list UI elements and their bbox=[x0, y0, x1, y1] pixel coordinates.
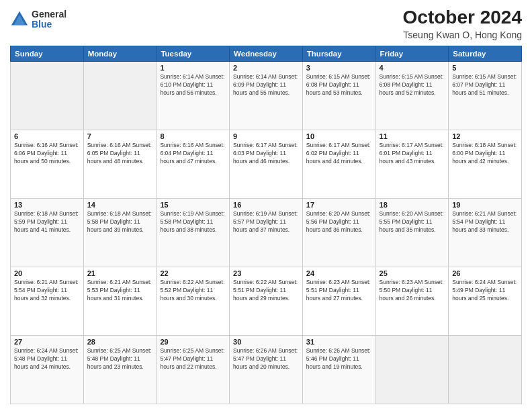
day-info: Sunrise: 6:20 AM Sunset: 5:56 PM Dayligh… bbox=[306, 210, 372, 234]
calendar-week-2: 6Sunrise: 6:16 AM Sunset: 6:06 PM Daylig… bbox=[11, 130, 522, 199]
month-title: October 2024 bbox=[403, 7, 522, 28]
day-info: Sunrise: 6:21 AM Sunset: 5:54 PM Dayligh… bbox=[452, 210, 518, 234]
day-info: Sunrise: 6:15 AM Sunset: 6:07 PM Dayligh… bbox=[452, 73, 518, 97]
calendar-week-1: 1Sunrise: 6:14 AM Sunset: 6:10 PM Daylig… bbox=[11, 62, 522, 130]
calendar-table: Sunday Monday Tuesday Wednesday Thursday… bbox=[10, 46, 522, 404]
location-title: Tseung Kwan O, Hong Kong bbox=[403, 30, 522, 40]
table-row: 12Sunrise: 6:18 AM Sunset: 6:00 PM Dayli… bbox=[449, 130, 522, 199]
day-number: 6 bbox=[14, 132, 80, 140]
table-row bbox=[449, 336, 522, 404]
day-info: Sunrise: 6:19 AM Sunset: 5:58 PM Dayligh… bbox=[160, 210, 226, 234]
day-number: 20 bbox=[14, 269, 80, 277]
table-row: 7Sunrise: 6:16 AM Sunset: 6:05 PM Daylig… bbox=[83, 130, 157, 199]
day-number: 5 bbox=[452, 64, 518, 72]
day-info: Sunrise: 6:25 AM Sunset: 5:48 PM Dayligh… bbox=[87, 347, 153, 371]
day-info: Sunrise: 6:16 AM Sunset: 6:05 PM Dayligh… bbox=[87, 142, 153, 166]
table-row: 29Sunrise: 6:25 AM Sunset: 5:47 PM Dayli… bbox=[157, 336, 230, 404]
logo-blue-text: Blue bbox=[32, 19, 66, 30]
day-info: Sunrise: 6:18 AM Sunset: 5:58 PM Dayligh… bbox=[87, 210, 153, 234]
day-info: Sunrise: 6:24 AM Sunset: 5:48 PM Dayligh… bbox=[14, 347, 80, 371]
day-info: Sunrise: 6:21 AM Sunset: 5:53 PM Dayligh… bbox=[87, 279, 153, 303]
day-info: Sunrise: 6:17 AM Sunset: 6:02 PM Dayligh… bbox=[306, 142, 372, 166]
day-number: 3 bbox=[306, 64, 372, 72]
day-info: Sunrise: 6:24 AM Sunset: 5:49 PM Dayligh… bbox=[452, 279, 518, 303]
col-monday: Monday bbox=[83, 46, 157, 62]
table-row: 15Sunrise: 6:19 AM Sunset: 5:58 PM Dayli… bbox=[157, 199, 230, 267]
day-number: 25 bbox=[380, 269, 445, 277]
table-row: 11Sunrise: 6:17 AM Sunset: 6:01 PM Dayli… bbox=[375, 130, 449, 199]
page-header: General Blue October 2024 Tseung Kwan O,… bbox=[10, 7, 522, 40]
day-number: 23 bbox=[233, 269, 299, 277]
day-number: 13 bbox=[14, 201, 80, 209]
day-number: 30 bbox=[233, 338, 299, 346]
logo-general-text: General bbox=[32, 9, 66, 19]
day-number: 12 bbox=[452, 132, 518, 140]
day-number: 15 bbox=[160, 201, 226, 209]
calendar-header-row: Sunday Monday Tuesday Wednesday Thursday… bbox=[11, 46, 522, 62]
table-row: 16Sunrise: 6:19 AM Sunset: 5:57 PM Dayli… bbox=[230, 199, 303, 267]
col-friday: Friday bbox=[375, 46, 449, 62]
day-info: Sunrise: 6:22 AM Sunset: 5:51 PM Dayligh… bbox=[233, 279, 299, 303]
day-number: 29 bbox=[160, 338, 226, 346]
day-info: Sunrise: 6:25 AM Sunset: 5:47 PM Dayligh… bbox=[160, 347, 226, 371]
table-row: 5Sunrise: 6:15 AM Sunset: 6:07 PM Daylig… bbox=[449, 62, 522, 130]
day-info: Sunrise: 6:20 AM Sunset: 5:55 PM Dayligh… bbox=[380, 210, 445, 234]
day-number: 26 bbox=[452, 269, 518, 277]
table-row: 21Sunrise: 6:21 AM Sunset: 5:53 PM Dayli… bbox=[83, 267, 157, 336]
table-row: 13Sunrise: 6:18 AM Sunset: 5:59 PM Dayli… bbox=[11, 199, 84, 267]
table-row: 8Sunrise: 6:16 AM Sunset: 6:04 PM Daylig… bbox=[157, 130, 230, 199]
col-tuesday: Tuesday bbox=[157, 46, 230, 62]
calendar-week-5: 27Sunrise: 6:24 AM Sunset: 5:48 PM Dayli… bbox=[11, 336, 522, 404]
calendar-week-3: 13Sunrise: 6:18 AM Sunset: 5:59 PM Dayli… bbox=[11, 199, 522, 267]
table-row: 1Sunrise: 6:14 AM Sunset: 6:10 PM Daylig… bbox=[157, 62, 230, 130]
table-row: 3Sunrise: 6:15 AM Sunset: 6:08 PM Daylig… bbox=[302, 62, 375, 130]
table-row: 24Sunrise: 6:23 AM Sunset: 5:51 PM Dayli… bbox=[302, 267, 375, 336]
table-row bbox=[11, 62, 84, 130]
day-number: 1 bbox=[160, 64, 226, 72]
table-row: 2Sunrise: 6:14 AM Sunset: 6:09 PM Daylig… bbox=[230, 62, 303, 130]
header-right: October 2024 Tseung Kwan O, Hong Kong bbox=[403, 7, 522, 40]
day-info: Sunrise: 6:26 AM Sunset: 5:47 PM Dayligh… bbox=[233, 347, 299, 371]
day-info: Sunrise: 6:21 AM Sunset: 5:54 PM Dayligh… bbox=[14, 279, 80, 303]
day-info: Sunrise: 6:18 AM Sunset: 5:59 PM Dayligh… bbox=[14, 210, 80, 234]
day-info: Sunrise: 6:17 AM Sunset: 6:03 PM Dayligh… bbox=[233, 142, 299, 166]
table-row: 19Sunrise: 6:21 AM Sunset: 5:54 PM Dayli… bbox=[449, 199, 522, 267]
table-row: 22Sunrise: 6:22 AM Sunset: 5:52 PM Dayli… bbox=[157, 267, 230, 336]
table-row: 23Sunrise: 6:22 AM Sunset: 5:51 PM Dayli… bbox=[230, 267, 303, 336]
table-row: 25Sunrise: 6:23 AM Sunset: 5:50 PM Dayli… bbox=[375, 267, 449, 336]
col-thursday: Thursday bbox=[302, 46, 375, 62]
table-row bbox=[83, 62, 157, 130]
day-number: 21 bbox=[87, 269, 153, 277]
day-info: Sunrise: 6:23 AM Sunset: 5:51 PM Dayligh… bbox=[306, 279, 372, 303]
table-row: 14Sunrise: 6:18 AM Sunset: 5:58 PM Dayli… bbox=[83, 199, 157, 267]
calendar-week-4: 20Sunrise: 6:21 AM Sunset: 5:54 PM Dayli… bbox=[11, 267, 522, 336]
day-number: 19 bbox=[452, 201, 518, 209]
day-number: 22 bbox=[160, 269, 226, 277]
table-row: 17Sunrise: 6:20 AM Sunset: 5:56 PM Dayli… bbox=[302, 199, 375, 267]
table-row: 10Sunrise: 6:17 AM Sunset: 6:02 PM Dayli… bbox=[302, 130, 375, 199]
day-info: Sunrise: 6:15 AM Sunset: 6:08 PM Dayligh… bbox=[380, 73, 445, 97]
day-number: 9 bbox=[233, 132, 299, 140]
day-number: 8 bbox=[160, 132, 226, 140]
col-saturday: Saturday bbox=[449, 46, 522, 62]
table-row: 18Sunrise: 6:20 AM Sunset: 5:55 PM Dayli… bbox=[375, 199, 449, 267]
day-number: 11 bbox=[380, 132, 445, 140]
day-number: 28 bbox=[87, 338, 153, 346]
day-info: Sunrise: 6:14 AM Sunset: 6:10 PM Dayligh… bbox=[160, 73, 226, 97]
day-info: Sunrise: 6:15 AM Sunset: 6:08 PM Dayligh… bbox=[306, 73, 372, 97]
day-number: 16 bbox=[233, 201, 299, 209]
day-info: Sunrise: 6:23 AM Sunset: 5:50 PM Dayligh… bbox=[380, 279, 445, 303]
logo-icon bbox=[10, 10, 29, 29]
day-number: 2 bbox=[233, 64, 299, 72]
day-number: 7 bbox=[87, 132, 153, 140]
day-number: 14 bbox=[87, 201, 153, 209]
day-info: Sunrise: 6:18 AM Sunset: 6:00 PM Dayligh… bbox=[452, 142, 518, 166]
table-row: 6Sunrise: 6:16 AM Sunset: 6:06 PM Daylig… bbox=[11, 130, 84, 199]
table-row: 9Sunrise: 6:17 AM Sunset: 6:03 PM Daylig… bbox=[230, 130, 303, 199]
table-row: 27Sunrise: 6:24 AM Sunset: 5:48 PM Dayli… bbox=[11, 336, 84, 404]
day-info: Sunrise: 6:26 AM Sunset: 5:46 PM Dayligh… bbox=[306, 347, 372, 371]
table-row: 30Sunrise: 6:26 AM Sunset: 5:47 PM Dayli… bbox=[230, 336, 303, 404]
logo: General Blue bbox=[10, 9, 66, 30]
day-number: 31 bbox=[306, 338, 372, 346]
day-number: 17 bbox=[306, 201, 372, 209]
